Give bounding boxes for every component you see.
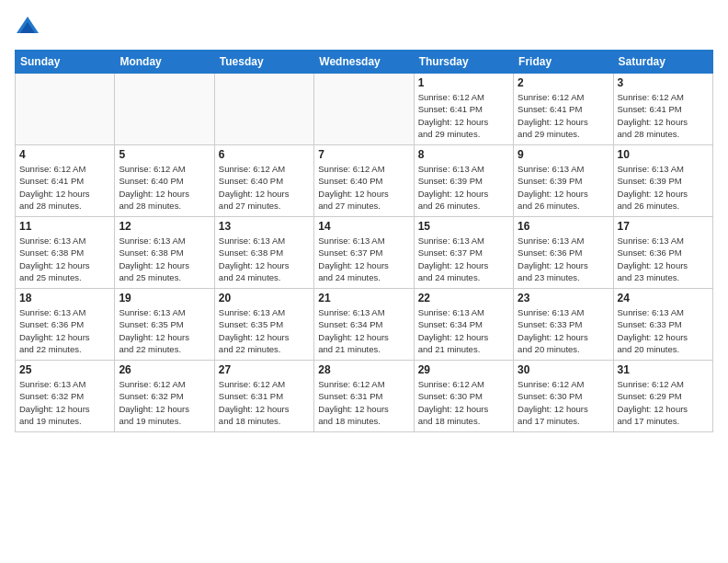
weekday-header-thursday: Thursday [414, 51, 513, 74]
day-number: 2 [518, 76, 609, 89]
day-info: Sunrise: 6:12 AM Sunset: 6:41 PM Dayligh… [418, 91, 509, 140]
calendar-cell: 7Sunrise: 6:12 AM Sunset: 6:40 PM Daylig… [314, 145, 414, 217]
day-info: Sunrise: 6:13 AM Sunset: 6:35 PM Dayligh… [119, 306, 210, 355]
day-number: 30 [518, 363, 609, 376]
calendar-cell: 17Sunrise: 6:13 AM Sunset: 6:36 PM Dayli… [613, 217, 712, 289]
week-row-4: 18Sunrise: 6:13 AM Sunset: 6:36 PM Dayli… [16, 289, 713, 361]
logo [15, 15, 44, 40]
day-info: Sunrise: 6:13 AM Sunset: 6:36 PM Dayligh… [618, 235, 709, 283]
day-info: Sunrise: 6:12 AM Sunset: 6:30 PM Dayligh… [518, 378, 609, 427]
weekday-header-wednesday: Wednesday [314, 51, 414, 74]
day-number: 12 [119, 220, 210, 233]
day-info: Sunrise: 6:12 AM Sunset: 6:40 PM Dayligh… [318, 163, 409, 212]
day-number: 15 [418, 220, 509, 233]
calendar-cell: 12Sunrise: 6:13 AM Sunset: 6:38 PM Dayli… [115, 217, 214, 289]
day-info: Sunrise: 6:13 AM Sunset: 6:38 PM Dayligh… [19, 235, 110, 283]
weekday-header-sunday: Sunday [16, 51, 115, 74]
calendar-cell [16, 74, 115, 145]
calendar-cell: 19Sunrise: 6:13 AM Sunset: 6:35 PM Dayli… [115, 289, 214, 361]
day-number: 5 [119, 148, 210, 161]
calendar-cell: 28Sunrise: 6:12 AM Sunset: 6:31 PM Dayli… [314, 361, 414, 432]
day-info: Sunrise: 6:13 AM Sunset: 6:37 PM Dayligh… [318, 235, 409, 283]
day-info: Sunrise: 6:13 AM Sunset: 6:39 PM Dayligh… [518, 163, 609, 212]
day-number: 1 [418, 76, 509, 89]
calendar-cell: 26Sunrise: 6:12 AM Sunset: 6:32 PM Dayli… [115, 361, 214, 432]
day-info: Sunrise: 6:13 AM Sunset: 6:38 PM Dayligh… [219, 235, 310, 283]
logo-icon [15, 15, 40, 40]
day-info: Sunrise: 6:13 AM Sunset: 6:37 PM Dayligh… [418, 235, 509, 283]
day-info: Sunrise: 6:13 AM Sunset: 6:32 PM Dayligh… [19, 378, 110, 427]
day-info: Sunrise: 6:13 AM Sunset: 6:39 PM Dayligh… [618, 163, 709, 212]
calendar-cell: 27Sunrise: 6:12 AM Sunset: 6:31 PM Dayli… [214, 361, 313, 432]
day-number: 4 [19, 148, 110, 161]
calendar-cell: 20Sunrise: 6:13 AM Sunset: 6:35 PM Dayli… [214, 289, 313, 361]
calendar-cell: 25Sunrise: 6:13 AM Sunset: 6:32 PM Dayli… [16, 361, 115, 432]
day-number: 23 [518, 292, 609, 304]
weekday-header-friday: Friday [514, 51, 613, 74]
day-info: Sunrise: 6:12 AM Sunset: 6:32 PM Dayligh… [119, 378, 210, 427]
day-info: Sunrise: 6:12 AM Sunset: 6:30 PM Dayligh… [418, 378, 509, 427]
day-info: Sunrise: 6:12 AM Sunset: 6:41 PM Dayligh… [19, 163, 110, 212]
day-number: 24 [618, 292, 709, 304]
day-number: 9 [518, 148, 609, 161]
day-number: 14 [318, 220, 409, 233]
header [15, 15, 713, 40]
weekday-header-monday: Monday [115, 51, 214, 74]
calendar-cell: 6Sunrise: 6:12 AM Sunset: 6:40 PM Daylig… [214, 145, 313, 217]
day-number: 11 [19, 220, 110, 233]
calendar-cell: 8Sunrise: 6:13 AM Sunset: 6:39 PM Daylig… [414, 145, 513, 217]
day-number: 7 [318, 148, 409, 161]
day-number: 31 [618, 363, 709, 376]
calendar-cell: 18Sunrise: 6:13 AM Sunset: 6:36 PM Dayli… [16, 289, 115, 361]
calendar-cell: 4Sunrise: 6:12 AM Sunset: 6:41 PM Daylig… [16, 145, 115, 217]
day-number: 16 [518, 220, 609, 233]
day-number: 18 [19, 292, 110, 304]
day-info: Sunrise: 6:12 AM Sunset: 6:41 PM Dayligh… [618, 91, 709, 140]
day-number: 17 [618, 220, 709, 233]
calendar-cell: 16Sunrise: 6:13 AM Sunset: 6:36 PM Dayli… [514, 217, 613, 289]
day-number: 21 [318, 292, 409, 304]
calendar-cell [214, 74, 313, 145]
calendar-cell: 15Sunrise: 6:13 AM Sunset: 6:37 PM Dayli… [414, 217, 513, 289]
calendar-cell: 30Sunrise: 6:12 AM Sunset: 6:30 PM Dayli… [514, 361, 613, 432]
week-row-2: 4Sunrise: 6:12 AM Sunset: 6:41 PM Daylig… [16, 145, 713, 217]
day-info: Sunrise: 6:13 AM Sunset: 6:35 PM Dayligh… [219, 306, 310, 355]
calendar-cell [314, 74, 414, 145]
day-number: 19 [119, 292, 210, 304]
day-info: Sunrise: 6:12 AM Sunset: 6:31 PM Dayligh… [318, 378, 409, 427]
week-row-3: 11Sunrise: 6:13 AM Sunset: 6:38 PM Dayli… [16, 217, 713, 289]
calendar-cell: 1Sunrise: 6:12 AM Sunset: 6:41 PM Daylig… [414, 74, 513, 145]
calendar-cell: 21Sunrise: 6:13 AM Sunset: 6:34 PM Dayli… [314, 289, 414, 361]
calendar-cell: 5Sunrise: 6:12 AM Sunset: 6:40 PM Daylig… [115, 145, 214, 217]
calendar-cell: 2Sunrise: 6:12 AM Sunset: 6:41 PM Daylig… [514, 74, 613, 145]
weekday-header-row: SundayMondayTuesdayWednesdayThursdayFrid… [16, 51, 713, 74]
week-row-1: 1Sunrise: 6:12 AM Sunset: 6:41 PM Daylig… [16, 74, 713, 145]
calendar-cell: 31Sunrise: 6:12 AM Sunset: 6:29 PM Dayli… [613, 361, 712, 432]
day-number: 27 [219, 363, 310, 376]
calendar-cell: 29Sunrise: 6:12 AM Sunset: 6:30 PM Dayli… [414, 361, 513, 432]
day-info: Sunrise: 6:13 AM Sunset: 6:38 PM Dayligh… [119, 235, 210, 283]
calendar-cell: 9Sunrise: 6:13 AM Sunset: 6:39 PM Daylig… [514, 145, 613, 217]
calendar-table: SundayMondayTuesdayWednesdayThursdayFrid… [15, 50, 713, 432]
day-info: Sunrise: 6:13 AM Sunset: 6:33 PM Dayligh… [518, 306, 609, 355]
day-info: Sunrise: 6:13 AM Sunset: 6:34 PM Dayligh… [318, 306, 409, 355]
day-number: 25 [19, 363, 110, 376]
calendar-cell: 22Sunrise: 6:13 AM Sunset: 6:34 PM Dayli… [414, 289, 513, 361]
calendar-cell: 3Sunrise: 6:12 AM Sunset: 6:41 PM Daylig… [613, 74, 712, 145]
weekday-header-saturday: Saturday [613, 51, 712, 74]
day-info: Sunrise: 6:12 AM Sunset: 6:41 PM Dayligh… [518, 91, 609, 140]
calendar-cell: 23Sunrise: 6:13 AM Sunset: 6:33 PM Dayli… [514, 289, 613, 361]
day-info: Sunrise: 6:12 AM Sunset: 6:40 PM Dayligh… [219, 163, 310, 212]
weekday-header-tuesday: Tuesday [214, 51, 313, 74]
day-info: Sunrise: 6:13 AM Sunset: 6:33 PM Dayligh… [618, 306, 709, 355]
day-info: Sunrise: 6:12 AM Sunset: 6:40 PM Dayligh… [119, 163, 210, 212]
day-number: 10 [618, 148, 709, 161]
week-row-5: 25Sunrise: 6:13 AM Sunset: 6:32 PM Dayli… [16, 361, 713, 432]
day-info: Sunrise: 6:13 AM Sunset: 6:34 PM Dayligh… [418, 306, 509, 355]
day-number: 6 [219, 148, 310, 161]
calendar-cell: 14Sunrise: 6:13 AM Sunset: 6:37 PM Dayli… [314, 217, 414, 289]
day-info: Sunrise: 6:12 AM Sunset: 6:29 PM Dayligh… [618, 378, 709, 427]
page: SundayMondayTuesdayWednesdayThursdayFrid… [0, 0, 728, 563]
calendar-cell: 10Sunrise: 6:13 AM Sunset: 6:39 PM Dayli… [613, 145, 712, 217]
day-number: 26 [119, 363, 210, 376]
